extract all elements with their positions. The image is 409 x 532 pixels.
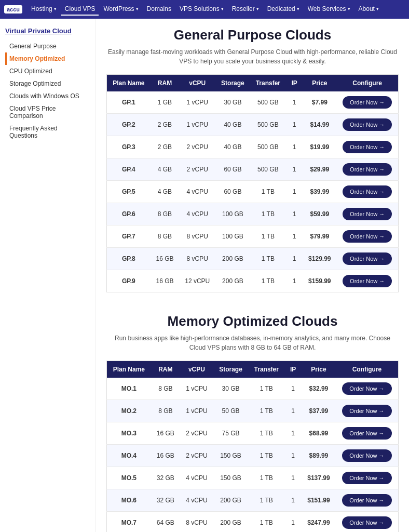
mo-col-vcpu: vCPU: [180, 361, 213, 378]
nav-item-about[interactable]: About▾: [355, 3, 383, 16]
storage-value: 200 GB: [215, 270, 250, 292]
logo[interactable]: accu: [4, 5, 22, 14]
mo-table-header: Plan Name RAM vCPU Storage Transfer IP P…: [107, 361, 399, 378]
ram-value: 2 GB: [151, 136, 180, 158]
nav-item-dedicated[interactable]: Dedicated▾: [264, 3, 303, 16]
ip-value: 1: [284, 512, 302, 533]
table-row: GP.6 8 GB 4 vCPU 100 GB 1 TB 1 $59.99 Or…: [107, 203, 399, 225]
ram-value: 8 GB: [151, 378, 180, 400]
order-now-button[interactable]: Order Now →: [343, 275, 392, 287]
transfer-value: 1 TB: [250, 225, 286, 248]
order-now-button[interactable]: Order Now →: [342, 427, 391, 440]
order-now-button[interactable]: Order Now →: [342, 449, 391, 462]
ram-value: 32 GB: [151, 489, 180, 512]
price-value: $159.99: [303, 270, 336, 292]
sidebar-item-clouds-windows[interactable]: Clouds with Windows OS: [5, 90, 90, 102]
price-value: $19.99: [303, 136, 336, 158]
table-row: MO.7 64 GB 8 vCPU 200 GB 1 TB 1 $247.99 …: [107, 512, 399, 533]
order-now-button[interactable]: Order Now →: [342, 472, 391, 484]
ip-value: 1: [286, 248, 303, 270]
price-value: $32.99: [302, 378, 336, 400]
table-row: MO.4 16 GB 2 vCPU 150 GB 1 TB 1 $89.99 O…: [107, 445, 399, 467]
nav-item-webservices[interactable]: Web Services▾: [304, 3, 354, 16]
nav-item-hosting[interactable]: Hosting▾: [28, 3, 60, 16]
transfer-value: 500 GB: [250, 136, 286, 158]
table-row: MO.6 32 GB 4 vCPU 200 GB 1 TB 1 $151.99 …: [107, 489, 399, 512]
order-now-button[interactable]: Order Now →: [342, 405, 391, 417]
ram-value: 2 GB: [151, 114, 180, 136]
nav-item-cloudvps[interactable]: Cloud VPS: [61, 3, 99, 16]
sidebar-item-general-purpose[interactable]: General Purpose: [5, 40, 90, 52]
sidebar-item-price-comparison[interactable]: Cloud VPS Price Comparison: [5, 102, 90, 122]
gp-col-vcpu: vCPU: [179, 75, 215, 92]
order-now-button[interactable]: Order Now →: [343, 163, 392, 176]
order-now-button[interactable]: Order Now →: [343, 118, 392, 131]
plan-name: GP.8: [107, 248, 151, 270]
order-now-button[interactable]: Order Now →: [343, 141, 392, 153]
gp-col-ram: RAM: [151, 75, 180, 92]
transfer-value: 1 TB: [248, 467, 284, 489]
mo-description: Run business apps like high-performance …: [106, 334, 399, 352]
price-value: $59.99: [303, 203, 336, 225]
order-now-button[interactable]: Order Now →: [343, 185, 392, 198]
vcpu-value: 4 vCPU: [179, 181, 215, 203]
sidebar-item-storage-optimized[interactable]: Storage Optimized: [5, 77, 90, 90]
nav-item-vps-solutions[interactable]: VPS Solutions▾: [176, 3, 227, 16]
table-row: GP.4 4 GB 2 vCPU 60 GB 500 GB 1 $29.99 O…: [107, 158, 399, 181]
table-row: MO.2 8 GB 1 vCPU 50 GB 1 TB 1 $37.99 Ord…: [107, 400, 399, 422]
vcpu-value: 1 vCPU: [179, 114, 215, 136]
sidebar: Virtual Private Cloud General Purpose Me…: [0, 19, 96, 532]
ip-value: 1: [286, 158, 303, 181]
top-navigation: accu Hosting▾ Cloud VPS WordPress▾ Domai…: [0, 0, 409, 19]
configure-cell: Order Now →: [336, 114, 398, 136]
transfer-value: 1 TB: [248, 489, 284, 512]
storage-value: 150 GB: [213, 467, 248, 489]
plan-name: GP.3: [107, 136, 151, 158]
nav-item-domains[interactable]: Domains: [143, 3, 175, 16]
price-value: $129.99: [303, 248, 336, 270]
chevron-down-icon: ▾: [348, 6, 350, 11]
order-now-button[interactable]: Order Now →: [343, 230, 392, 243]
price-value: $89.99: [302, 445, 336, 467]
order-now-button[interactable]: Order Now →: [342, 494, 391, 507]
order-now-button[interactable]: Order Now →: [342, 516, 391, 529]
plan-name: MO.3: [107, 422, 151, 445]
sidebar-item-cpu-optimized[interactable]: CPU Optimized: [5, 65, 90, 77]
order-now-button[interactable]: Order Now →: [342, 382, 391, 395]
order-now-button[interactable]: Order Now →: [343, 208, 392, 220]
order-now-button[interactable]: Order Now →: [343, 96, 392, 109]
configure-cell: Order Now →: [336, 270, 398, 292]
sidebar-item-memory-optimized[interactable]: Memory Optimized: [5, 52, 90, 65]
mo-table: Plan Name RAM vCPU Storage Transfer IP P…: [106, 361, 399, 532]
ram-value: 4 GB: [151, 181, 180, 203]
table-row: GP.9 16 GB 12 vCPU 200 GB 1 TB 1 $159.99…: [107, 270, 399, 292]
plan-name: MO.4: [107, 445, 151, 467]
chevron-down-icon: ▾: [297, 6, 299, 11]
gp-col-price: Price: [303, 75, 336, 92]
configure-cell: Order Now →: [336, 512, 399, 533]
price-value: $68.99: [302, 422, 336, 445]
transfer-value: 1 TB: [250, 270, 286, 292]
configure-cell: Order Now →: [336, 378, 399, 400]
chevron-down-icon: ▾: [256, 6, 259, 11]
table-row: MO.1 8 GB 1 vCPU 30 GB 1 TB 1 $32.99 Ord…: [107, 378, 399, 400]
mo-col-ram: RAM: [151, 361, 180, 378]
price-value: $151.99: [302, 489, 336, 512]
nav-item-wordpress[interactable]: WordPress▾: [100, 3, 142, 16]
nav-item-reseller[interactable]: Reseller▾: [228, 3, 263, 16]
order-now-button[interactable]: Order Now →: [343, 252, 392, 265]
configure-cell: Order Now →: [336, 489, 399, 512]
table-row: MO.5 32 GB 4 vCPU 150 GB 1 TB 1 $137.99 …: [107, 467, 399, 489]
table-row: GP.1 1 GB 1 vCPU 30 GB 500 GB 1 $7.99 Or…: [107, 91, 399, 114]
ram-value: 4 GB: [151, 158, 180, 181]
storage-value: 40 GB: [215, 136, 250, 158]
configure-cell: Order Now →: [336, 181, 398, 203]
transfer-value: 1 TB: [248, 445, 284, 467]
gp-table: Plan Name RAM vCPU Storage Transfer IP P…: [106, 74, 399, 292]
mo-col-storage: Storage: [213, 361, 248, 378]
plan-name: GP.7: [107, 225, 151, 248]
gp-col-configure: Configure: [336, 75, 398, 92]
gp-title: General Purpose Clouds: [106, 27, 399, 43]
sidebar-item-faq[interactable]: Frequently Asked Questions: [5, 122, 90, 142]
memory-optimized-section: Memory Optimized Clouds Run business app…: [106, 313, 399, 532]
